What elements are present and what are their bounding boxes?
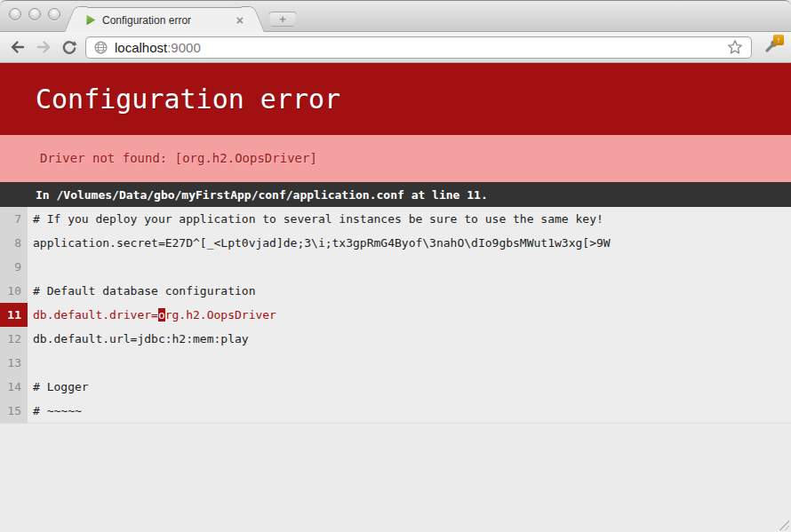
url-host: localhost xyxy=(115,40,167,55)
reload-button[interactable] xyxy=(60,37,79,57)
new-tab-button[interactable]: + xyxy=(268,12,297,27)
play-favicon-icon xyxy=(85,14,97,26)
code-line: 13 xyxy=(0,351,791,375)
line-number: 7 xyxy=(0,207,28,231)
line-number: 11 xyxy=(0,303,28,327)
resize-grip[interactable] xyxy=(778,519,789,530)
code-line: 14 # Logger xyxy=(0,375,791,399)
arrow-right-icon xyxy=(35,38,52,56)
line-number: 15 xyxy=(0,399,28,423)
code-line: 15 # ~~~~~ xyxy=(0,399,791,423)
code-line: 8 application.secret=E27D^[_<Lpt0vjad]de… xyxy=(0,231,791,255)
code-line: 10 # Default database configuration xyxy=(0,279,791,303)
address-bar[interactable]: localhost:9000 xyxy=(85,36,752,59)
update-badge-icon: ↑ xyxy=(773,35,784,45)
line-number: 9 xyxy=(0,255,28,279)
plus-icon: + xyxy=(279,12,286,26)
code-line: 7 # If you deploy your application to se… xyxy=(0,207,791,231)
url-port: :9000 xyxy=(167,40,201,55)
close-tab-icon[interactable]: × xyxy=(236,14,244,27)
error-marker: o xyxy=(158,308,165,322)
tab-configuration-error[interactable]: Configuration error × xyxy=(76,7,252,32)
window-controls xyxy=(9,8,60,20)
arrow-left-icon xyxy=(9,38,27,56)
back-button[interactable] xyxy=(8,37,28,57)
error-location: In /Volumes/Data/gbo/myFirstApp/conf/app… xyxy=(0,182,791,207)
line-number: 14 xyxy=(0,375,28,399)
tab-title: Configuration error xyxy=(102,14,231,27)
browser-toolbar: localhost:9000 ↑ xyxy=(0,32,791,63)
minimize-window-button[interactable] xyxy=(28,8,41,20)
forward-button[interactable] xyxy=(34,37,53,57)
reload-icon xyxy=(60,38,78,56)
line-number: 13 xyxy=(0,351,28,375)
line-number: 10 xyxy=(0,279,28,303)
code-line: 9 xyxy=(0,255,791,279)
bookmark-star-button[interactable] xyxy=(727,39,743,55)
error-page: Configuration error Driver not found: [o… xyxy=(0,63,791,424)
page-title: Configuration error xyxy=(0,63,791,135)
close-window-button[interactable] xyxy=(9,8,21,20)
url-text: localhost:9000 xyxy=(115,40,201,55)
code-line: 12 db.default.url=jdbc:h2:mem:play xyxy=(0,327,791,351)
wrench-menu-button[interactable]: ↑ xyxy=(758,36,783,59)
globe-icon xyxy=(94,41,108,54)
line-number: 12 xyxy=(0,327,28,351)
code-line-error: 11 db.default.driver=org.h2.OopsDriver xyxy=(0,303,791,327)
browser-window: Configuration error × + xyxy=(0,0,791,532)
tab-strip: Configuration error × + xyxy=(0,1,791,32)
code-listing: 7 # If you deploy your application to se… xyxy=(0,207,791,424)
line-number: 8 xyxy=(0,231,28,255)
zoom-window-button[interactable] xyxy=(48,8,60,20)
error-detail: Driver not found: [org.h2.OopsDriver] xyxy=(0,135,791,182)
